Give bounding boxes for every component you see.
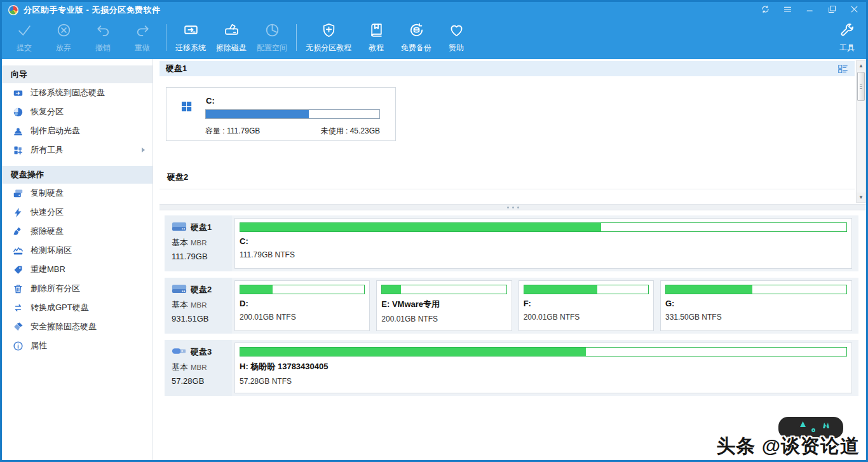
sidebar-item-copy-disk[interactable]: 复制硬盘: [2, 184, 153, 203]
disk-info[interactable]: 硬盘3基本MBR57.28GB: [165, 340, 232, 396]
disk-name: 硬盘3: [191, 346, 212, 358]
usage-bar-fill: [524, 285, 597, 294]
migrate-system-icon: [183, 22, 199, 40]
convert-to-gpt-icon: [13, 302, 24, 313]
sidebar-item-quick-partition[interactable]: 快速分区: [2, 203, 153, 222]
disk-scheme: MBR: [191, 363, 207, 371]
sidebar-item-all-tools[interactable]: 所有工具: [2, 140, 153, 160]
secure-erase-ssd-icon: [13, 322, 24, 332]
refresh-button[interactable]: [759, 4, 771, 16]
watermark-text: 头条 @谈资论道: [716, 433, 860, 459]
disk-row: 硬盘3基本MBR57.28GBH: 杨盼盼 1378343040557.28GB…: [165, 340, 858, 396]
toolbar-button-tools[interactable]: 工具: [833, 19, 862, 56]
window-title: 分区助手专业版 - 无损分区免费软件: [24, 4, 161, 16]
migrate-to-ssd-icon: [13, 88, 24, 99]
usage-bar-fill: [382, 285, 400, 294]
toolbar-button-label: 工具: [839, 43, 855, 53]
disk-name: 硬盘2: [191, 284, 212, 296]
view-toggle-icon[interactable]: [837, 64, 848, 74]
partition-tutorial-icon: [321, 22, 337, 40]
partition-label: D:: [240, 299, 365, 308]
toolbar-button-migrate-system[interactable]: 迁移系统: [170, 19, 211, 56]
vertical-scrollbar: ▲ ▼: [856, 60, 866, 203]
sidebar-item-make-boot-disc[interactable]: 制作启动光盘: [2, 121, 153, 140]
sidebar-item-check-bad-sectors[interactable]: 检测坏扇区: [2, 241, 153, 260]
sidebar-item-rebuild-mbr[interactable]: 重建MBR: [2, 260, 153, 279]
sidebar-item-label: 属性: [31, 340, 47, 351]
sidebar-item-recover-partition[interactable]: 恢复分区: [2, 102, 153, 121]
volume-name: C:: [206, 96, 215, 105]
usage-bar: [524, 285, 649, 294]
sidebar-item-label: 迁移系统到固态硬盘: [31, 87, 105, 99]
toolbar-button-redo: 重做: [123, 19, 162, 56]
disk-info[interactable]: 硬盘1基本MBR111.79GB: [165, 215, 232, 271]
redo-icon: [135, 22, 151, 40]
tools-icon: [839, 22, 855, 40]
commit-icon: [17, 22, 32, 40]
disk-row: 硬盘2基本MBR931.51GBD:200.01GB NTFSE: VMware…: [165, 278, 858, 334]
partition-label: C:: [240, 236, 847, 246]
sidebar-item-label: 复制硬盘: [31, 187, 64, 199]
toolbar: 提交放弃撤销重做迁移系统擦除磁盘配置空间无损分区教程教程免费备份赞助工具: [2, 18, 866, 59]
sidebar-item-properties[interactable]: 属性: [2, 336, 153, 355]
all-tools-icon: [13, 145, 24, 156]
minimize-button[interactable]: [804, 4, 815, 16]
sidebar-item-label: 所有工具: [31, 144, 64, 156]
toolbar-button-partition-tutorial[interactable]: 无损分区教程: [301, 19, 356, 56]
sidebar-item-wipe-disk[interactable]: 擦除硬盘: [2, 222, 153, 241]
properties-icon: [13, 341, 24, 351]
allocate-space-icon: [264, 22, 280, 40]
partition-block[interactable]: E: VMware专用200.01GB NTFS: [376, 280, 512, 331]
toolbar-button-tutorial[interactable]: 教程: [356, 19, 396, 56]
partition-detail: 57.28GB NTFS: [240, 377, 847, 386]
partition-block[interactable]: F:200.01GB NTFS: [519, 280, 654, 331]
disk-type: 基本: [172, 362, 188, 372]
close-button[interactable]: [848, 4, 860, 16]
volume-card-c[interactable]: C: 容量 : 111.79GB 未使用 : 45.23GB: [166, 87, 396, 141]
disk-info[interactable]: 硬盘2基本MBR931.51GB: [165, 278, 232, 334]
disk-overview-panel: 硬盘1 C: 容量 : 111.79GB 未使用 : 45.23GB 硬盘2: [159, 59, 866, 204]
sidebar-item-label: 制作启动光盘: [31, 125, 80, 137]
maximize-button[interactable]: [826, 4, 837, 16]
sidebar-item-label: 删除所有分区: [31, 283, 80, 294]
partition-detail: 200.01GB NTFS: [240, 313, 365, 322]
partition-detail: 200.01GB NTFS: [524, 313, 649, 322]
sidebar-item-label: 转换成GPT硬盘: [31, 302, 89, 313]
menu-button[interactable]: [782, 4, 793, 16]
check-bad-sectors-icon: [13, 245, 24, 256]
toolbar-button-sponsor[interactable]: 赞助: [437, 19, 476, 56]
toolbar-button-label: 重做: [135, 43, 150, 53]
partition-block[interactable]: C:111.79GB NTFS: [234, 218, 852, 269]
partition-block[interactable]: G:331.50GB NTFS: [660, 280, 852, 331]
disk-row: 硬盘1基本MBR111.79GBC:111.79GB NTFS: [165, 215, 858, 271]
refresh-icon: [761, 4, 770, 17]
toolbar-button-label: 提交: [17, 43, 32, 53]
partition-block[interactable]: H: 杨盼盼 1378343040557.28GB NTFS: [234, 343, 852, 393]
panel-splitter[interactable]: [159, 204, 866, 210]
disk-scheme: MBR: [191, 301, 207, 309]
usage-bar-fill: [240, 285, 273, 294]
sidebar-item-delete-all-partitions[interactable]: 删除所有分区: [2, 279, 153, 298]
scrollbar-thumb[interactable]: [857, 72, 865, 101]
toolbar-button-label: 无损分区教程: [306, 43, 351, 53]
sidebar-item-migrate-to-ssd[interactable]: 迁移系统到固态硬盘: [2, 83, 153, 102]
discard-icon: [56, 22, 72, 40]
sidebar-section-title: 硬盘操作: [2, 166, 153, 184]
toolbar-button-wipe-disk[interactable]: 擦除磁盘: [211, 19, 252, 56]
sidebar-item-secure-erase-ssd[interactable]: 安全擦除固态硬盘: [2, 317, 153, 336]
sponsor-icon: [449, 22, 465, 40]
free-backup-icon: [409, 22, 424, 40]
hdd-icon: [172, 283, 187, 296]
partition-block[interactable]: D:200.01GB NTFS: [234, 280, 370, 331]
partition-label: E: VMware专用: [381, 299, 506, 310]
toolbar-button-label: 教程: [369, 43, 384, 53]
scroll-up-button[interactable]: ▲: [857, 61, 865, 71]
scroll-down-button[interactable]: ▼: [857, 193, 865, 202]
toolbar-button-free-backup[interactable]: 免费备份: [396, 19, 437, 56]
partition-label: G:: [665, 299, 847, 308]
sidebar-item-convert-to-gpt[interactable]: 转换成GPT硬盘: [2, 298, 153, 317]
disk-size: 57.28GB: [172, 376, 232, 386]
sidebar-item-label: 安全擦除固态硬盘: [31, 321, 97, 332]
toolbar-button-label: 迁移系统: [175, 43, 206, 53]
sidebar-section-title: 向导: [2, 65, 153, 83]
